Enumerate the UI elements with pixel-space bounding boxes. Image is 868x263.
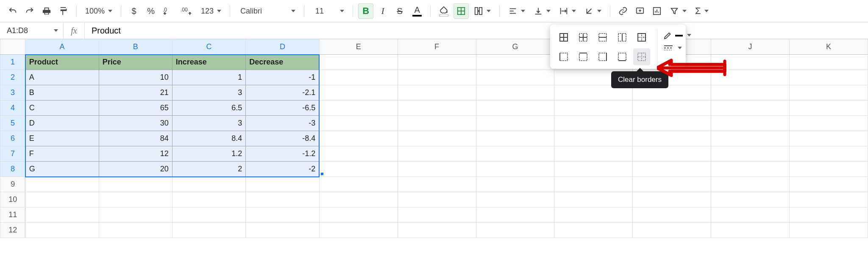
cell[interactable] xyxy=(398,55,476,70)
cell[interactable]: B xyxy=(25,85,99,101)
fill-color-button[interactable] xyxy=(436,3,452,19)
cell[interactable] xyxy=(633,101,711,116)
border-right-icon[interactable] xyxy=(594,48,611,65)
cell[interactable]: 21 xyxy=(99,85,172,101)
border-style-button[interactable] xyxy=(663,44,691,52)
cell[interactable]: -3 xyxy=(246,116,320,131)
cell[interactable] xyxy=(711,162,790,177)
cell[interactable] xyxy=(789,146,868,162)
name-box[interactable]: A1:D8 xyxy=(0,22,64,39)
cell[interactable]: 12 xyxy=(99,146,172,162)
format-123-button[interactable]: 123 xyxy=(198,3,225,19)
cell[interactable] xyxy=(246,207,320,223)
cell[interactable] xyxy=(172,177,245,192)
cell[interactable] xyxy=(319,70,398,85)
cell[interactable] xyxy=(398,146,476,162)
cell[interactable] xyxy=(476,116,554,131)
print-button[interactable] xyxy=(39,3,54,19)
cell[interactable] xyxy=(476,146,554,162)
cell[interactable] xyxy=(554,207,633,223)
cell[interactable] xyxy=(554,162,633,177)
cell[interactable] xyxy=(554,116,633,131)
border-color-button[interactable] xyxy=(663,31,691,40)
cell[interactable] xyxy=(319,162,398,177)
border-top-icon[interactable] xyxy=(575,48,592,65)
cell[interactable] xyxy=(711,70,790,85)
cell[interactable] xyxy=(398,85,476,101)
cell[interactable]: -1 xyxy=(246,70,320,85)
cell[interactable]: 30 xyxy=(99,116,172,131)
cell[interactable] xyxy=(711,101,790,116)
cell[interactable] xyxy=(476,131,554,146)
row-header[interactable]: 8 xyxy=(0,162,25,177)
strikethrough-button[interactable]: S xyxy=(392,3,407,19)
row-header[interactable]: 1 xyxy=(0,55,25,70)
cell[interactable] xyxy=(476,207,554,223)
border-clear-icon[interactable] xyxy=(633,48,650,65)
font-size-dropdown[interactable]: 11 xyxy=(309,3,348,19)
cell[interactable]: 84 xyxy=(99,131,172,146)
format-currency-button[interactable]: $ xyxy=(126,3,142,19)
col-header-K[interactable]: K xyxy=(789,39,868,55)
cell[interactable] xyxy=(789,55,868,70)
cell[interactable] xyxy=(25,223,99,238)
cell[interactable] xyxy=(633,207,711,223)
cell[interactable] xyxy=(711,131,790,146)
cell[interactable] xyxy=(319,207,398,223)
cell[interactable] xyxy=(633,192,711,207)
cell[interactable]: Increase xyxy=(172,55,245,70)
border-horizontal-icon[interactable] xyxy=(594,29,611,46)
formula-input[interactable] xyxy=(85,26,868,36)
cell[interactable] xyxy=(554,223,633,238)
text-rotation-button[interactable] xyxy=(581,3,605,19)
insert-comment-button[interactable] xyxy=(632,3,648,19)
cell[interactable] xyxy=(99,207,172,223)
cell[interactable] xyxy=(711,55,790,70)
cell[interactable] xyxy=(246,177,320,192)
cell[interactable] xyxy=(789,131,868,146)
cell[interactable] xyxy=(319,192,398,207)
functions-button[interactable]: Σ xyxy=(692,3,712,19)
cell[interactable] xyxy=(476,70,554,85)
cell[interactable] xyxy=(398,162,476,177)
insert-link-button[interactable] xyxy=(615,3,631,19)
cell[interactable] xyxy=(319,85,398,101)
cell[interactable] xyxy=(633,116,711,131)
undo-button[interactable] xyxy=(5,3,20,19)
italic-button[interactable]: I xyxy=(375,3,390,19)
col-header-A[interactable]: A xyxy=(25,39,99,55)
cell[interactable] xyxy=(633,223,711,238)
cell[interactable] xyxy=(711,207,790,223)
row-header[interactable]: 6 xyxy=(0,131,25,146)
cell[interactable] xyxy=(554,131,633,146)
cell[interactable] xyxy=(398,101,476,116)
cell[interactable] xyxy=(246,223,320,238)
cell[interactable]: D xyxy=(25,116,99,131)
cell[interactable]: -8.4 xyxy=(246,131,320,146)
cell[interactable]: 8.4 xyxy=(172,131,245,146)
cell[interactable] xyxy=(476,223,554,238)
cell[interactable] xyxy=(319,177,398,192)
cell[interactable]: -2 xyxy=(246,162,320,177)
cell[interactable] xyxy=(633,146,711,162)
cell[interactable]: G xyxy=(25,162,99,177)
cell[interactable] xyxy=(789,70,868,85)
cell[interactable] xyxy=(172,207,245,223)
cell[interactable] xyxy=(476,177,554,192)
cell[interactable] xyxy=(789,207,868,223)
select-all-corner[interactable] xyxy=(0,39,25,55)
cell[interactable] xyxy=(789,85,868,101)
borders-button[interactable] xyxy=(453,3,469,19)
cell[interactable] xyxy=(711,146,790,162)
cell[interactable] xyxy=(99,192,172,207)
horizontal-align-button[interactable] xyxy=(505,3,529,19)
cell[interactable] xyxy=(789,162,868,177)
row-header[interactable]: 12 xyxy=(0,223,25,238)
cell[interactable]: -6.5 xyxy=(246,101,320,116)
col-header-E[interactable]: E xyxy=(319,39,398,55)
redo-button[interactable] xyxy=(22,3,37,19)
cell[interactable]: 3 xyxy=(172,85,245,101)
cell[interactable] xyxy=(476,162,554,177)
cell[interactable] xyxy=(789,177,868,192)
cell[interactable] xyxy=(172,223,245,238)
